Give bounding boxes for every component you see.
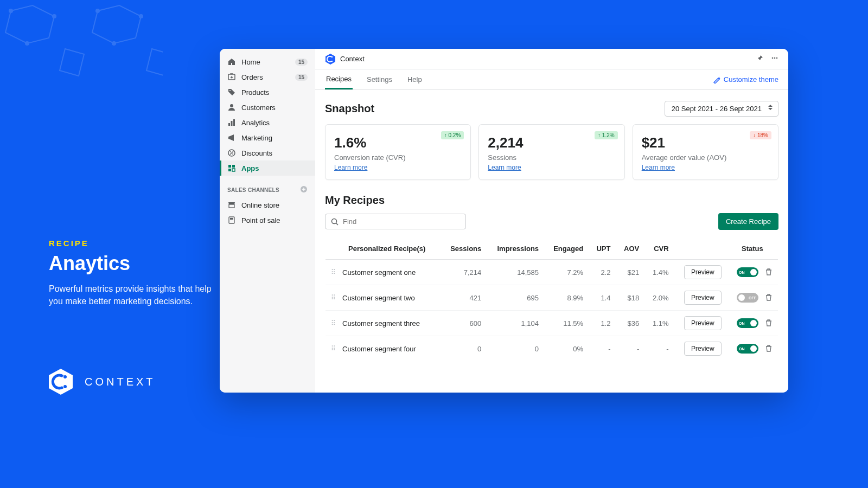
preview-button[interactable]: Preview [684, 316, 722, 330]
status-toggle[interactable]: ON [737, 267, 758, 277]
sidebar-item-discounts[interactable]: Discounts [220, 145, 315, 160]
date-range-picker[interactable]: 20 Sept 2021 - 26 Sept 2021 [665, 101, 778, 117]
sidebar-item-home[interactable]: Home 15 [220, 54, 315, 69]
card-label: Conversion rate (CVR) [334, 153, 462, 162]
table-row: ⠿ Customer segment two 421 695 8.9% 1.4 … [326, 285, 778, 311]
svg-point-29 [776, 57, 778, 59]
sidebar-item-apps[interactable]: Apps [220, 160, 315, 176]
card-label: Sessions [488, 153, 615, 162]
channel-point-of-sale[interactable]: Point of sale [220, 213, 315, 228]
svg-rect-12 [233, 119, 235, 126]
store-icon [227, 201, 236, 209]
cell-impressions: 14,585 [487, 260, 544, 285]
delta-chip: ↑ 1.2% [595, 131, 618, 139]
drag-handle-icon[interactable]: ⠿ [331, 345, 336, 352]
cell-aov: - [616, 336, 644, 362]
cell-sessions: 7,214 [441, 260, 487, 285]
bars-icon [227, 118, 236, 127]
sidebar-item-label: Discounts [241, 149, 272, 157]
column-header: Engaged [544, 238, 589, 260]
cell-upt: 1.4 [589, 285, 616, 311]
status-toggle[interactable]: ON [737, 318, 758, 328]
preview-button[interactable]: Preview [684, 291, 722, 305]
svg-rect-10 [228, 123, 230, 126]
home-icon [227, 57, 236, 66]
status-toggle[interactable]: ON [737, 344, 758, 354]
snapshot-title: Snapshot [325, 102, 374, 115]
cell-impressions: 1,104 [487, 311, 544, 336]
svg-point-14 [230, 151, 231, 152]
svg-line-31 [336, 223, 339, 225]
drag-handle-icon[interactable]: ⠿ [331, 294, 336, 301]
more-icon[interactable] [771, 54, 778, 64]
app-logo-icon [325, 53, 336, 65]
wand-icon [713, 76, 720, 84]
tab-help[interactable]: Help [406, 69, 423, 89]
recipes-table: Personalized Recipe(s)SessionsImpression… [325, 237, 778, 362]
svg-rect-23 [230, 218, 233, 220]
background-pattern [0, 0, 163, 81]
cell-impressions: 0 [487, 336, 544, 362]
channel-online-store[interactable]: Online store [220, 197, 315, 213]
svg-rect-17 [232, 165, 235, 168]
tab-recipes[interactable]: Recipes [325, 69, 353, 89]
main-panel: Context RecipesSettingsHelp Customize th… [315, 49, 788, 393]
cell-upt: 1.2 [589, 311, 616, 336]
status-toggle[interactable]: OFF [737, 293, 758, 303]
learn-more-link[interactable]: Learn more [334, 164, 367, 171]
cell-aov: $36 [616, 311, 644, 336]
cell-aov: $21 [616, 260, 644, 285]
learn-more-link[interactable]: Learn more [488, 164, 521, 171]
sidebar-section-label: SALES CHANNELS [227, 187, 279, 193]
snapshot-card: ↓ 18% $21 Average order value (AOV) Lear… [633, 124, 778, 180]
svg-point-5 [63, 375, 67, 378]
cell-aov: $18 [616, 285, 644, 311]
trash-icon[interactable] [765, 319, 773, 328]
trash-icon[interactable] [765, 344, 773, 354]
sidebar-item-customers[interactable]: Customers [220, 100, 315, 115]
drag-handle-icon[interactable]: ⠿ [331, 268, 336, 276]
learn-more-link[interactable]: Learn more [642, 164, 675, 171]
sidebar-item-analytics[interactable]: Analytics [220, 115, 315, 130]
drag-handle-icon[interactable]: ⠿ [331, 319, 336, 327]
snapshot-card: ↑ 0.2% 1.6% Conversion rate (CVR) Learn … [325, 124, 471, 180]
column-header: Impressions [487, 238, 544, 260]
pin-icon[interactable] [756, 54, 763, 64]
column-header: AOV [616, 238, 644, 260]
svg-point-28 [774, 57, 776, 59]
create-recipe-button[interactable]: Create Recipe [718, 213, 778, 230]
svg-point-26 [331, 60, 333, 61]
svg-point-30 [332, 219, 337, 223]
cell-engaged: 8.9% [544, 285, 589, 311]
sidebar-item-marketing[interactable]: Marketing [220, 130, 315, 145]
recipe-name: Customer segment four [342, 345, 416, 353]
sidebar-item-label: Orders [241, 73, 263, 81]
sidebar: Home 15 Orders 15 Products Customers Ana… [220, 49, 315, 393]
recipe-name: Customer segment two [342, 294, 415, 302]
customize-theme-link[interactable]: Customize theme [713, 75, 778, 84]
preview-button[interactable]: Preview [684, 265, 722, 279]
customize-label: Customize theme [724, 75, 778, 84]
cell-sessions: 0 [441, 336, 487, 362]
search-box[interactable] [325, 214, 466, 229]
brand-logo-icon [47, 368, 75, 396]
cell-cvr: 1.4% [644, 260, 674, 285]
svg-point-9 [230, 104, 233, 107]
cell-engaged: 11.5% [544, 311, 589, 336]
sidebar-item-products[interactable]: Products [220, 85, 315, 100]
column-header [674, 238, 727, 260]
topbar-title: Context [340, 55, 365, 63]
svg-point-27 [772, 57, 774, 59]
trash-icon[interactable] [765, 293, 773, 303]
tab-settings[interactable]: Settings [366, 69, 393, 89]
cell-upt: 2.2 [589, 260, 616, 285]
sidebar-item-orders[interactable]: Orders 15 [220, 69, 315, 85]
content: Snapshot 20 Sept 2021 - 26 Sept 2021 ↑ 0… [315, 90, 788, 373]
add-channel-icon[interactable] [300, 185, 308, 194]
brand-name: CONTEXT [85, 376, 156, 388]
preview-button[interactable]: Preview [684, 342, 722, 356]
search-input[interactable] [343, 217, 460, 226]
trash-icon[interactable] [765, 268, 773, 277]
column-header: UPT [589, 238, 616, 260]
search-icon [331, 218, 339, 226]
